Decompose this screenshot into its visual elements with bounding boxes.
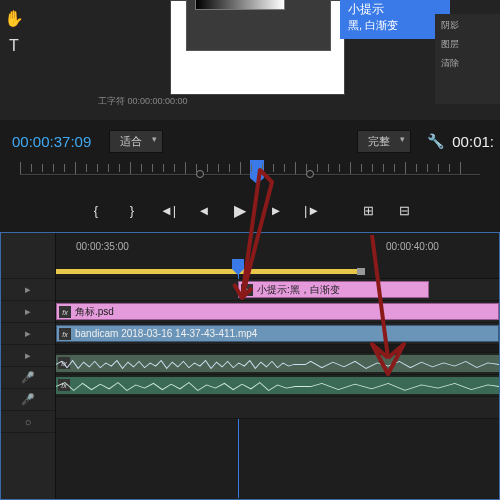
- ruler-label: 00:00:40:00: [386, 241, 439, 252]
- mark-in-button[interactable]: {: [87, 203, 105, 218]
- out-point-marker[interactable]: [306, 170, 314, 178]
- embedded-panel: [186, 0, 331, 51]
- program-monitor: 小提示 黑, 白渐变 阴影 图层 清除 工字符 00:00:00:00:00: [30, 0, 500, 120]
- side-panel-row[interactable]: 清除: [441, 57, 494, 70]
- track-toggle[interactable]: ▸: [1, 323, 55, 345]
- in-point-marker[interactable]: [196, 170, 204, 178]
- timeline-body[interactable]: 00:00:35:00 00:00:40:00 fx 小提示:黑，白渐变 fx …: [56, 233, 499, 499]
- side-properties-panel: 阴影 图层 清除: [435, 14, 500, 104]
- duration-timecode: 00:01:: [452, 133, 494, 150]
- video-track-2[interactable]: fx 角标.psd: [56, 301, 499, 323]
- tool-strip: ✋ T: [0, 0, 30, 120]
- audio-mic-icon[interactable]: 🎤: [1, 367, 55, 389]
- track-toggle[interactable]: ▸: [1, 345, 55, 367]
- hand-tool-icon[interactable]: ✋: [0, 4, 28, 32]
- monitor-scrubber[interactable]: [20, 160, 480, 190]
- clip-label: 角标.psd: [75, 305, 114, 319]
- clip-label: bandicam 2018-03-16 14-37-43-411.mp4: [75, 328, 257, 339]
- clip-v1[interactable]: fx bandicam 2018-03-16 14-37-43-411.mp4: [56, 325, 499, 342]
- audio-track-1[interactable]: fx: [56, 353, 499, 375]
- audio-mic-icon[interactable]: 🎤: [1, 389, 55, 411]
- settings-wrench-icon[interactable]: 🔧: [427, 133, 444, 149]
- monitor-footer-label: 工字符 00:00:00:00:00: [98, 95, 188, 108]
- quality-dropdown[interactable]: 完整: [357, 130, 411, 153]
- text-tool-icon[interactable]: T: [0, 32, 28, 60]
- fx-badge-icon: fx: [59, 306, 71, 318]
- empty-track[interactable]: [56, 397, 499, 419]
- step-fwd-button[interactable]: ►: [267, 203, 285, 218]
- gradient-swatch: [195, 0, 285, 10]
- track-toggle[interactable]: ▸: [1, 301, 55, 323]
- clip-v2[interactable]: fx 角标.psd: [56, 303, 499, 320]
- clip-label: 小提示:黑，白渐变: [257, 283, 340, 297]
- current-timecode[interactable]: 00:00:37:09: [12, 133, 91, 150]
- audio-track-2[interactable]: fx: [56, 375, 499, 397]
- fx-badge-icon: fx: [59, 328, 71, 340]
- side-panel-row[interactable]: 图层: [441, 38, 494, 51]
- track-header-column: ▸ ▸ ▸ ▸ 🎤 🎤 ○: [1, 233, 56, 499]
- work-area-bar[interactable]: [56, 269, 359, 274]
- clip-v3[interactable]: fx 小提示:黑，白渐变: [238, 281, 429, 298]
- go-next-button[interactable]: |►: [303, 203, 321, 218]
- mark-out-button[interactable]: }: [123, 203, 141, 218]
- step-back-button[interactable]: ◄: [195, 203, 213, 218]
- fx-badge-icon: fx: [241, 284, 253, 296]
- hint-tooltip: 小提示 黑, 白渐变: [340, 0, 450, 39]
- insert-button[interactable]: ⊞: [359, 203, 377, 218]
- audio-clip[interactable]: fx: [56, 377, 499, 394]
- timeline-panel: ▸ ▸ ▸ ▸ 🎤 🎤 ○ 00:00:35:00 00:00:40:00 fx…: [0, 232, 500, 500]
- video-track-3[interactable]: fx 小提示:黑，白渐变: [56, 279, 499, 301]
- video-track-1[interactable]: fx bandicam 2018-03-16 14-37-43-411.mp4: [56, 323, 499, 345]
- zoom-dropdown[interactable]: 适合: [109, 130, 163, 153]
- ruler-label: 00:00:35:00: [76, 241, 129, 252]
- tooltip-body: 黑, 白渐变: [348, 18, 442, 33]
- audio-clip[interactable]: fx: [56, 355, 499, 372]
- waveform-icon: [56, 381, 499, 392]
- tooltip-title: 小提示: [348, 1, 442, 18]
- preview-canvas[interactable]: [170, 0, 345, 95]
- transport-controls: { } ◄| ◄ ▶ ► |► ⊞ ⊟: [0, 196, 500, 224]
- go-prev-button[interactable]: ◄|: [159, 203, 177, 218]
- timecode-bar: 00:00:37:09 适合 完整 🔧 00:01:: [0, 128, 500, 154]
- side-panel-row[interactable]: 阴影: [441, 19, 494, 32]
- time-ruler[interactable]: 00:00:35:00 00:00:40:00: [56, 233, 499, 279]
- track-toggle[interactable]: ▸: [1, 279, 55, 301]
- track-toggle[interactable]: ○: [1, 411, 55, 433]
- waveform-icon: [56, 359, 499, 370]
- overwrite-button[interactable]: ⊟: [395, 203, 413, 218]
- play-button[interactable]: ▶: [231, 201, 249, 220]
